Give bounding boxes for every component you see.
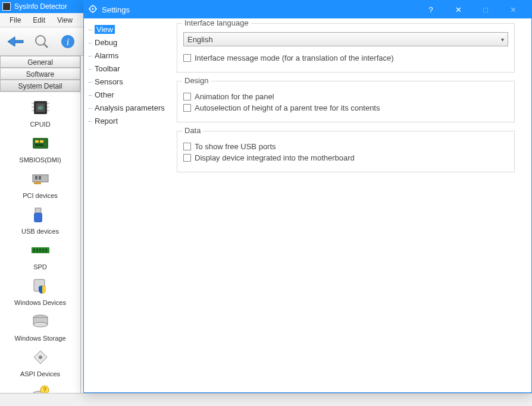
sidebar-item-label: ASPI Devices xyxy=(0,370,80,377)
sidebar-item-label: Windows Storage xyxy=(0,335,80,342)
info-button[interactable]: i xyxy=(56,30,80,53)
menu-view[interactable]: View xyxy=(51,14,79,26)
storage-icon xyxy=(30,311,51,332)
sidebar-item-windows-storage[interactable]: Windows Storage xyxy=(0,311,80,342)
sidebar-item-label: SMBIOS(DMI) xyxy=(0,156,80,163)
tree-item-alarms[interactable]: Alarms xyxy=(86,49,170,62)
sidebar-item-windows-devices[interactable]: Windows Devices xyxy=(0,275,80,306)
settings-titlebar[interactable]: Settings ? ✕ □ ✕ xyxy=(84,1,531,18)
tree-item-debug[interactable]: Debug xyxy=(86,36,170,49)
interface-language-group: Interface language English ▾ Interface m… xyxy=(177,23,515,73)
group-legend: Design xyxy=(182,76,211,85)
settings-title: Settings xyxy=(102,5,130,14)
language-combobox[interactable]: English ▾ xyxy=(183,32,508,46)
design-group: Design Animation for the panel Autoselec… xyxy=(177,81,515,122)
settings-content: Interface language English ▾ Interface m… xyxy=(172,18,531,392)
sidebar-item-cpuid[interactable]: ID CPUID xyxy=(0,97,80,128)
close-button-2: ✕ xyxy=(499,1,527,18)
tree-item-sensors[interactable]: Sensors xyxy=(86,75,170,89)
svg-point-38 xyxy=(33,322,48,327)
search-button[interactable] xyxy=(30,30,54,53)
checkbox[interactable] xyxy=(183,154,191,162)
svg-rect-31 xyxy=(36,248,38,252)
sidebar-tab-system-detail[interactable]: System Detail xyxy=(0,80,80,92)
sidebar-item-label: SPD xyxy=(0,263,80,270)
settings-dialog: Settings ? ✕ □ ✕ View Debug Alarms Toolb… xyxy=(83,0,532,393)
tree-item-report[interactable]: Report xyxy=(86,115,170,128)
statusbar xyxy=(0,393,532,406)
tree-item-view[interactable]: View xyxy=(86,23,170,36)
sidebar-item-usb[interactable]: USB devices xyxy=(0,204,80,235)
checkbox[interactable] xyxy=(183,104,191,112)
sidebar-item-label: Windows Devices xyxy=(0,299,80,306)
tree-item-toolbar[interactable]: Toolbar xyxy=(86,62,170,75)
display-motherboard-row[interactable]: Display device integrated into the mothe… xyxy=(183,153,508,162)
svg-rect-33 xyxy=(42,248,44,252)
chip-icon xyxy=(30,133,51,154)
sidebar-item-pci[interactable]: PCI devices xyxy=(0,168,80,199)
gear-icon xyxy=(89,5,97,15)
sidebar-tab-software[interactable]: Software xyxy=(0,68,80,80)
svg-text:?: ? xyxy=(43,387,46,393)
svg-rect-26 xyxy=(39,176,41,180)
sidebar-tab-general[interactable]: General xyxy=(0,56,80,68)
cpu-icon: ID xyxy=(30,97,51,118)
close-button[interactable]: ✕ xyxy=(445,1,472,18)
checkbox-label: Autoselection of height of a parent tree… xyxy=(195,103,380,112)
svg-rect-24 xyxy=(34,182,41,184)
group-legend: Data xyxy=(182,126,203,135)
svg-rect-25 xyxy=(35,176,37,180)
sidebar-item-unknown[interactable]: ? Unknown Devices xyxy=(0,382,80,393)
sidebar-item-aspi[interactable]: ASPI Devices xyxy=(0,347,80,377)
maximize-button[interactable]: □ xyxy=(472,1,499,18)
svg-rect-19 xyxy=(33,138,48,149)
checkbox[interactable] xyxy=(183,93,191,100)
autoselect-height-row[interactable]: Autoselection of height of a parent tree… xyxy=(183,103,508,112)
app-title: SysInfo Detector xyxy=(14,2,67,11)
chevron-down-icon: ▾ xyxy=(501,36,504,43)
svg-rect-21 xyxy=(40,140,43,143)
show-free-usb-row[interactable]: To show free USB ports xyxy=(183,142,508,151)
scsi-icon xyxy=(30,347,51,368)
data-group: Data To show free USB ports Display devi… xyxy=(177,131,515,172)
sidebar-item-label: USB devices xyxy=(0,228,80,235)
svg-rect-34 xyxy=(45,248,47,252)
sidebar-list[interactable]: ID CPUID SMBIOS(DMI) PCI devices USB dev… xyxy=(0,92,80,393)
menu-edit[interactable]: Edit xyxy=(27,14,51,26)
settings-body: View Debug Alarms Toolbar Sensors Other … xyxy=(84,18,531,392)
checkbox[interactable] xyxy=(183,54,191,62)
unknown-device-icon: ? xyxy=(30,382,51,393)
ram-icon xyxy=(30,240,51,261)
sidebar-item-label: PCI devices xyxy=(0,192,80,199)
menu-file[interactable]: File xyxy=(4,14,27,26)
back-button[interactable] xyxy=(4,30,27,53)
interface-message-mode-row[interactable]: Interface message mode (for a translatio… xyxy=(183,53,508,62)
usb-icon xyxy=(30,204,51,225)
checkbox-label: Interface message mode (for a translatio… xyxy=(195,53,394,62)
sidebar-item-smbios[interactable]: SMBIOS(DMI) xyxy=(0,133,80,163)
animation-panel-row[interactable]: Animation for the panel xyxy=(183,92,508,101)
checkbox[interactable] xyxy=(183,143,191,150)
checkbox-label: To show free USB ports xyxy=(195,142,276,151)
help-button[interactable]: ? xyxy=(417,1,445,18)
pci-card-icon xyxy=(30,168,51,190)
settings-tree: View Debug Alarms Toolbar Sensors Other … xyxy=(84,18,172,392)
svg-point-1 xyxy=(36,36,45,45)
svg-rect-22 xyxy=(35,144,43,146)
sidebar-item-label: CPUID xyxy=(0,121,80,128)
svg-line-2 xyxy=(44,44,48,48)
app-icon xyxy=(2,2,11,11)
svg-rect-30 xyxy=(33,248,35,252)
svg-point-40 xyxy=(39,355,42,359)
svg-text:i: i xyxy=(67,37,69,47)
checkbox-label: Display device integrated into the mothe… xyxy=(195,153,355,162)
tree-item-other[interactable]: Other xyxy=(86,89,170,102)
sidebar-item-spd[interactable]: SPD xyxy=(0,240,80,270)
checkbox-label: Animation for the panel xyxy=(195,92,274,101)
svg-rect-27 xyxy=(35,208,41,213)
svg-point-45 xyxy=(92,8,94,10)
svg-rect-32 xyxy=(39,248,41,252)
device-shield-icon xyxy=(30,275,51,297)
svg-rect-20 xyxy=(35,140,39,143)
tree-item-analysis[interactable]: Analysis parameters xyxy=(86,102,170,115)
